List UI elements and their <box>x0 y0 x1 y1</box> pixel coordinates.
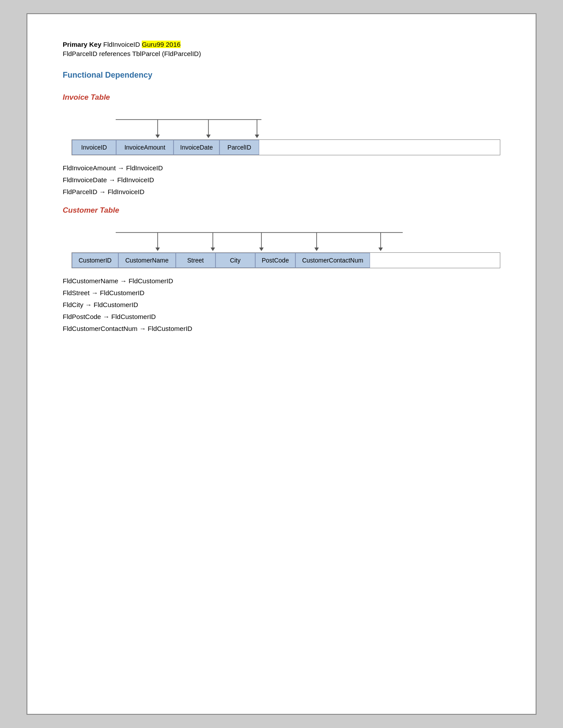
customer-section: Customer Table <box>63 206 500 332</box>
ref-line: FldParcelID references TblParcel (FldPar… <box>63 50 500 57</box>
primary-key-field: FldInvoiceID <box>103 41 142 48</box>
svg-marker-6 <box>255 135 259 138</box>
invoice-arrows-svg <box>72 115 283 139</box>
customer-col-customername: CustomerName <box>118 253 176 268</box>
svg-marker-4 <box>206 135 211 138</box>
customer-table-box: CustomerID CustomerName Street City Post… <box>72 252 500 268</box>
svg-marker-2 <box>155 135 160 138</box>
customer-fd-3: FldCity → FldCustomerID <box>63 301 500 308</box>
svg-marker-9 <box>155 248 160 251</box>
customer-fd-4: FldPostCode → FldCustomerID <box>63 313 500 320</box>
customer-fd-list: FldCustomerName → FldCustomerID FldStree… <box>63 277 500 332</box>
customer-diagram: CustomerID CustomerName Street City Post… <box>72 228 500 268</box>
invoice-col-parcelid: ParcelID <box>219 140 259 155</box>
invoice-table-box: InvoiceID InvoiceAmount InvoiceDate Parc… <box>72 139 500 155</box>
primary-key-line: Primary Key FldInvoiceID Guru99 2016 <box>63 41 500 48</box>
primary-key-label: Primary Key <box>63 41 102 48</box>
customer-arrows-svg <box>72 228 416 252</box>
invoice-fd-1: FldInvoiceAmount → FldInvoiceID <box>63 164 500 172</box>
customer-col-street: Street <box>176 253 215 268</box>
invoice-section: Invoice Table InvoiceID Invoi <box>63 93 500 195</box>
customer-col-contact: CustomerContactNum <box>295 253 370 268</box>
invoice-fd-list: FldInvoiceAmount → FldInvoiceID FldInvoi… <box>63 164 500 195</box>
invoice-table-title: Invoice Table <box>63 93 500 102</box>
svg-marker-15 <box>314 248 319 251</box>
customer-col-postcode: PostCode <box>255 253 295 268</box>
customer-fd-5: FldCustomerContactNum → FldCustomerID <box>63 325 500 332</box>
customer-fd-2: FldStreet → FldCustomerID <box>63 289 500 296</box>
invoice-col-invoicedate: InvoiceDate <box>174 140 219 155</box>
invoice-fd-2: FldInvoiceDate → FldInvoiceID <box>63 176 500 184</box>
customer-col-city: City <box>215 253 255 268</box>
invoice-col-invoiceid: InvoiceID <box>72 140 116 155</box>
customer-col-customerid: CustomerID <box>72 253 118 268</box>
highlight-text: Guru99 2016 <box>142 41 181 48</box>
svg-marker-11 <box>211 248 215 251</box>
customer-fd-1: FldCustomerName → FldCustomerID <box>63 277 500 285</box>
svg-marker-13 <box>259 248 264 251</box>
svg-marker-17 <box>378 248 383 251</box>
page: Primary Key FldInvoiceID Guru99 2016 Fld… <box>26 13 537 715</box>
invoice-diagram: InvoiceID InvoiceAmount InvoiceDate Parc… <box>72 115 500 155</box>
invoice-col-invoiceamount: InvoiceAmount <box>116 140 174 155</box>
invoice-fd-3: FldParcelID → FldInvoiceID <box>63 188 500 195</box>
functional-dependency-title: Functional Dependency <box>63 71 500 80</box>
customer-table-title: Customer Table <box>63 206 500 215</box>
